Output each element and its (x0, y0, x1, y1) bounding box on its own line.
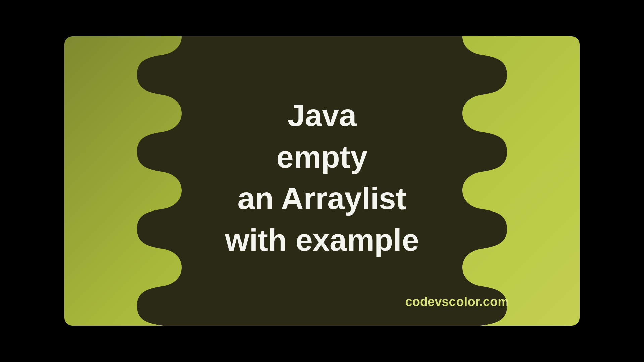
title-line-1: Java (225, 95, 419, 136)
title-line-4: with example (225, 219, 419, 261)
watermark-text: codevscolor.com (405, 295, 509, 309)
title-line-3: an Arraylist (225, 178, 419, 219)
card-container: Java empty an Arraylist with example cod… (64, 36, 580, 326)
title-line-2: empty (225, 136, 419, 178)
main-title: Java empty an Arraylist with example (225, 95, 419, 261)
